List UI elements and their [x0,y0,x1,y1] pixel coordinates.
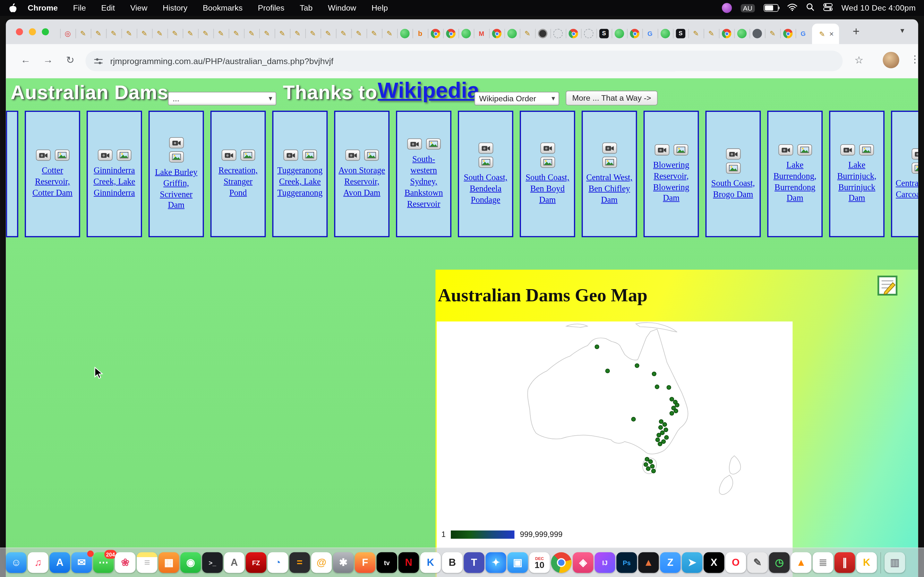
wikipedia-link[interactable]: Wikipedia [378,78,479,103]
photo-button[interactable] [540,157,555,168]
browser-tab[interactable]: ✎ [765,23,780,43]
dam-marker[interactable] [667,385,670,389]
dam-marker[interactable] [606,369,609,373]
dam-marker[interactable] [659,420,663,424]
menu-help[interactable]: Help [372,3,388,13]
url-text[interactable]: rjmprogramming.com.au/PHP/australian_dam… [110,56,333,65]
geo-map-canvas[interactable]: 1 999,999,999 [437,322,792,577]
dam-link[interactable]: South Coast, Ben Boyd Dam [523,172,572,205]
video-button[interactable] [169,137,184,148]
video-button[interactable] [221,150,236,161]
dock-icon-phpstorm[interactable]: IJ [594,552,615,573]
video-button[interactable] [345,150,360,161]
dock-icon-preview[interactable]: ◔ [268,552,288,573]
browser-tab[interactable] [565,23,581,43]
browser-tab[interactable] [627,23,642,43]
video-button[interactable] [602,143,617,154]
browser-tab[interactable]: ✎ [351,23,367,43]
browser-tab[interactable] [750,23,765,43]
browser-tab[interactable]: b [413,23,428,43]
dam-link[interactable]: South Coast, Brogo Dam [709,177,758,200]
dam-marker[interactable] [645,457,649,461]
browser-tab[interactable]: G [796,23,811,43]
browser-tab[interactable] [535,23,551,43]
dock-icon-firefox[interactable]: F [355,552,375,573]
dam-link[interactable]: Lake Burrinjuck, Burrinjuck Dam [833,159,881,203]
tab-search-chevron-icon[interactable]: ▾ [901,26,905,35]
dam-marker[interactable] [657,433,661,437]
back-button[interactable]: ← [21,54,31,66]
photo-button[interactable] [478,157,493,168]
dock-icon-vlc[interactable]: ▲ [791,552,811,573]
menu-edit[interactable]: Edit [102,3,115,13]
browser-tab[interactable] [734,23,750,43]
dock-icon-parallels[interactable]: ∥ [835,552,855,573]
active-tab[interactable]: ✎× [812,23,839,44]
dock-icon-mail[interactable]: ✉ [71,552,92,573]
browser-tab[interactable]: ✎ [229,23,244,43]
dock-icon-terminal[interactable]: >_ [202,552,223,573]
dam-link[interactable]: Blowering Reservoir, Blowering Dam [647,159,696,203]
menu-view[interactable]: View [130,3,147,13]
browser-tab[interactable] [504,23,520,43]
dam-marker[interactable] [649,460,653,464]
photo-button[interactable] [797,144,812,155]
dam-link[interactable]: Lake Burley Griffin, Scrivener Dam [152,166,200,211]
browser-tab[interactable]: ✎ [244,23,259,43]
dam-marker[interactable] [660,431,664,435]
menubar-app-name[interactable]: Chrome [27,3,58,13]
dam-marker[interactable] [646,467,650,471]
dam-link[interactable]: Central West, Carcoar Dam [895,177,918,200]
new-tab-button[interactable]: + [853,25,859,38]
status-app-icon[interactable] [722,3,732,13]
window-close-button[interactable] [16,28,23,35]
site-info-icon[interactable] [94,56,103,65]
dock-icon-pixelmator[interactable]: ▲ [638,552,659,573]
dam-marker[interactable] [662,440,666,443]
video-button[interactable] [911,148,918,159]
photo-button[interactable] [169,151,184,163]
photo-button[interactable] [426,139,441,150]
dam-marker[interactable] [663,422,667,426]
notes-icon[interactable] [877,276,897,298]
browser-tab[interactable] [459,23,474,43]
browser-tab[interactable]: ✎ [305,23,320,43]
video-button[interactable] [726,148,740,159]
video-button[interactable] [478,143,493,154]
window-minimize-button[interactable] [29,28,36,35]
browser-tab[interactable]: ✎ [520,23,535,43]
dam-marker[interactable] [595,345,599,349]
wifi-icon[interactable] [787,3,797,13]
dock-icon-music[interactable]: ♫ [27,552,48,573]
dam-link[interactable]: Recreation, Stranger Pond [214,165,262,198]
dam-marker[interactable] [655,385,659,388]
photo-button[interactable] [364,150,379,161]
dam-marker[interactable] [632,417,635,421]
photo-button[interactable] [726,162,740,173]
dam-marker[interactable] [675,403,679,407]
dam-marker[interactable] [670,411,674,415]
browser-tab[interactable]: ✎ [91,23,106,43]
reload-button[interactable]: ↻ [66,54,74,67]
dock-icon-photoshop[interactable]: Ps [616,552,637,573]
profile-avatar[interactable] [883,52,899,68]
browser-tab[interactable] [780,23,796,43]
tab-close-icon[interactable]: × [829,29,834,39]
browser-tab[interactable]: ✎ [259,23,275,43]
browser-tab[interactable] [581,23,596,43]
dock-icon-shortcuts[interactable]: ◈ [573,552,593,573]
menu-history[interactable]: History [163,3,187,13]
control-center-icon[interactable] [823,3,833,13]
dock-icon-safari[interactable]: ✦ [485,552,506,573]
video-button[interactable] [97,150,112,161]
dam-marker[interactable] [656,438,660,442]
browser-tab[interactable]: ✎ [367,23,382,43]
dock-icon-chrome[interactable] [551,552,572,573]
battery-icon[interactable] [764,4,779,12]
browser-tab[interactable]: ✎ [183,23,198,43]
dock-icon-graphic-pen[interactable]: ✎ [747,552,768,573]
browser-tab[interactable]: S [596,23,612,43]
dam-select[interactable]: ... [168,92,276,105]
dock-icon-messages[interactable]: ⋯204 [93,552,113,573]
browser-tab[interactable]: ✎ [688,23,704,43]
